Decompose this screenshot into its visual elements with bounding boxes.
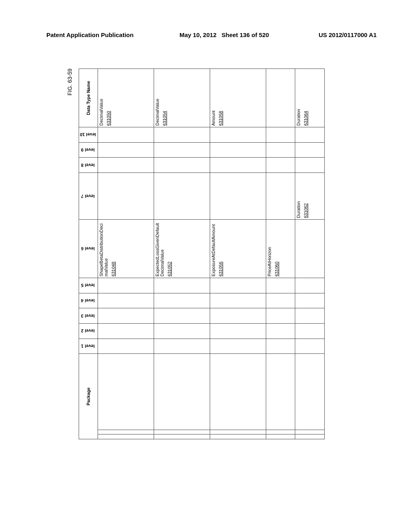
col-level-7: level 7 bbox=[79, 173, 98, 220]
ref-number: 631052 bbox=[167, 221, 172, 276]
data-table: Package level 1 level 2 level 3 level 4 … bbox=[79, 69, 325, 439]
col-level-6: level 6 bbox=[79, 220, 98, 278]
col-level-9: level 9 bbox=[79, 142, 98, 158]
ref-number: 631048 bbox=[111, 221, 116, 276]
ref-number: 631058 bbox=[218, 70, 223, 126]
ref-number: 631056 bbox=[218, 221, 223, 276]
col-level-8: level 8 bbox=[79, 158, 98, 173]
ref-number: 631054 bbox=[162, 70, 167, 126]
table-row: PriceAtHorizon 631060 bbox=[266, 69, 295, 439]
figure-area: FIG. 63-59 Package level 1 level 2 level… bbox=[67, 69, 325, 439]
col-level-5: level 5 bbox=[79, 278, 98, 293]
col-data-type-name: Data Type Name bbox=[79, 69, 98, 127]
col-package: Package bbox=[79, 354, 98, 439]
table-row: Duration 631062 Duration 631064 bbox=[295, 69, 325, 439]
cell-data-type: DecimalValue 631054 bbox=[154, 69, 210, 127]
header-date-sheet: May 10, 2012 Sheet 136 of 520 bbox=[179, 31, 269, 38]
cell-data-type: DecimalValue 631050 bbox=[98, 69, 154, 127]
header-publication: Patent Application Publication bbox=[46, 31, 133, 38]
ref-number: 631062 bbox=[303, 174, 308, 218]
figure-label: FIG. 63-59 bbox=[67, 69, 73, 96]
cell-level6: ShapeBetaDistributionDecimalValue 631048 bbox=[98, 220, 154, 278]
col-level-1: level 1 bbox=[79, 339, 98, 354]
table-row: ShapeBetaDistributionDecimalValue 631048… bbox=[98, 69, 154, 439]
ref-number: 631060 bbox=[274, 221, 279, 276]
table-row: ExposureAtDefaultAmount 631056 Amount 63… bbox=[210, 69, 266, 439]
col-level-3: level 3 bbox=[79, 308, 98, 324]
cell-data-type: Duration 631064 bbox=[295, 69, 325, 127]
table-header-row: Package level 1 level 2 level 3 level 4 … bbox=[79, 69, 98, 439]
table-row: ExpectedLossGivenDefaultDecimalValue 631… bbox=[154, 69, 210, 439]
ref-number: 631064 bbox=[303, 70, 308, 126]
cell-level6: ExposureAtDefaultAmount 631056 bbox=[210, 220, 266, 278]
col-level-2: level 2 bbox=[79, 324, 98, 339]
cell-data-type: Amount 631058 bbox=[210, 69, 266, 127]
header-pubno: US 2012/0117000 A1 bbox=[319, 31, 377, 38]
cell-level7: Duration 631062 bbox=[295, 173, 325, 220]
col-level-10: level 10 bbox=[79, 127, 98, 142]
table-wrap: Package level 1 level 2 level 3 level 4 … bbox=[16, 131, 387, 377]
ref-number: 631050 bbox=[106, 70, 111, 126]
cell-level6: ExpectedLossGivenDefaultDecimalValue 631… bbox=[154, 220, 210, 278]
col-level-4: level 4 bbox=[79, 293, 98, 308]
cell-level6: PriceAtHorizon 631060 bbox=[266, 220, 295, 278]
